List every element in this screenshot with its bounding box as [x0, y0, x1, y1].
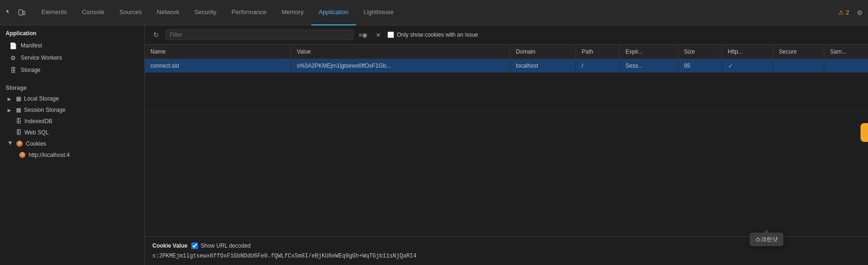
main-layout: Application 📄 Manifest ⚙ Service Workers… — [0, 25, 868, 265]
edge-indicator — [860, 123, 868, 142]
warning-badge[interactable]: ⚠ 2 — [838, 9, 849, 16]
cookies-label: Cookies — [26, 140, 46, 147]
svg-rect-0 — [19, 10, 23, 15]
empty-cell — [145, 73, 868, 110]
http-checkmark: ✓ — [728, 62, 734, 70]
cell-secure — [773, 59, 824, 73]
col-http[interactable]: Http... — [722, 45, 773, 59]
cookies-icon: 🍪 — [16, 140, 23, 147]
inspect-icon[interactable] — [4, 8, 13, 17]
indexed-db-icon: 🗄 — [16, 118, 22, 125]
table-row[interactable]: connect.sid s%3A2PKMEjm1lgtsewx6ffOxF1Gb… — [145, 59, 868, 73]
localhost-icon: 🍪 — [19, 152, 26, 158]
tab-network[interactable]: Network — [150, 0, 187, 25]
col-samesite[interactable]: Sam... — [824, 45, 868, 59]
tab-security[interactable]: Security — [187, 0, 224, 25]
cookies-arrow: ▶ — [8, 141, 13, 147]
col-name[interactable]: Name — [145, 45, 291, 59]
show-url-checkbox[interactable] — [191, 242, 198, 249]
application-section-title: Application — [0, 25, 144, 39]
clear-button[interactable]: ✕ — [372, 29, 384, 40]
sidebar-item-service-workers[interactable]: ⚙ Service Workers — [0, 52, 144, 64]
sidebar-item-web-sql[interactable]: ▶ 🗄 Web SQL — [0, 127, 144, 138]
cookies-table: Name Value Domain Path Expir... Size Htt… — [145, 45, 868, 236]
tab-sources[interactable]: Sources — [112, 0, 150, 25]
tab-console[interactable]: Console — [74, 0, 112, 25]
application-group: 📄 Manifest ⚙ Service Workers 🗄 Storage — [0, 39, 144, 76]
local-storage-icon: ▦ — [16, 95, 21, 102]
tab-memory[interactable]: Memory — [274, 0, 311, 25]
cell-http: ✓ — [722, 59, 773, 73]
col-value[interactable]: Value — [291, 45, 510, 59]
svg-rect-1 — [23, 11, 25, 15]
content-area: ↻ ≡◉ ✕ Only show cookies with an issue N… — [145, 25, 868, 265]
tab-performance[interactable]: Performance — [224, 0, 274, 25]
tab-elements[interactable]: Elements — [34, 0, 74, 25]
cell-value: s%3A2PKMEjm1lgtsewx6ffOxF1Gb... — [291, 59, 510, 73]
warning-count: 2 — [846, 9, 849, 16]
localhost-label: http://localhost:4 — [29, 152, 70, 158]
cookie-value-label: Cookie Value — [152, 242, 188, 249]
show-url-checkbox-label[interactable]: Show URL decoded — [191, 242, 251, 249]
storage-app-icon: 🗄 — [9, 66, 17, 74]
cookie-value-content: s:2PKMEjm1lgtsewx6ffOxF1GbNDdU6Fe0.fQWLf… — [152, 253, 860, 259]
cell-expires: Sess... — [620, 59, 678, 73]
cell-path: / — [576, 59, 620, 73]
sidebar-item-manifest[interactable]: 📄 Manifest — [0, 39, 144, 52]
tab-application[interactable]: Application — [311, 0, 356, 25]
table-body: connect.sid s%3A2PKMEjm1lgtsewx6ffOxF1Gb… — [145, 59, 868, 110]
settings-icon[interactable]: ⚙ — [855, 8, 864, 17]
session-storage-arrow: ▶ — [8, 108, 13, 113]
manifest-label: Manifest — [21, 42, 42, 49]
web-sql-label: Web SQL — [24, 129, 49, 136]
session-storage-icon: ▦ — [16, 107, 21, 113]
indexed-db-label: IndexedDB — [24, 118, 52, 125]
show-issues-checkbox-label[interactable]: Only show cookies with an issue — [387, 31, 478, 38]
show-issues-label: Only show cookies with an issue — [397, 31, 478, 38]
storage-section-title: Storage — [0, 80, 144, 93]
toolbar: ↻ ≡◉ ✕ Only show cookies with an issue — [145, 25, 868, 45]
cell-name: connect.sid — [145, 59, 291, 73]
table-row-empty — [145, 73, 868, 110]
service-workers-label: Service Workers — [21, 55, 62, 61]
device-icon[interactable] — [17, 8, 26, 17]
storage-group: ▶ ▦ Local Storage ▶ ▦ Session Storage ▶ … — [0, 93, 144, 161]
table-header: Name Value Domain Path Expir... Size Htt… — [145, 45, 868, 59]
col-path[interactable]: Path — [576, 45, 620, 59]
session-storage-label: Session Storage — [24, 107, 65, 113]
filter-input[interactable] — [166, 30, 354, 40]
col-expires[interactable]: Expir... — [620, 45, 678, 59]
local-storage-label: Local Storage — [24, 95, 59, 102]
tab-lighthouse[interactable]: Lighthouse — [356, 0, 401, 25]
col-domain[interactable]: Domain — [510, 45, 576, 59]
col-size[interactable]: Size — [678, 45, 722, 59]
show-issues-checkbox[interactable] — [387, 31, 394, 38]
local-storage-arrow: ▶ — [8, 96, 13, 101]
sidebar-item-cookies[interactable]: ▶ 🍪 Cookies — [0, 138, 144, 149]
sidebar-item-local-storage[interactable]: ▶ ▦ Local Storage — [0, 93, 144, 104]
sidebar-item-indexed-db[interactable]: ▶ 🗄 IndexedDB — [0, 116, 144, 127]
service-workers-icon: ⚙ — [9, 54, 17, 62]
col-secure[interactable]: Secure — [773, 45, 824, 59]
manifest-icon: 📄 — [9, 42, 17, 49]
sidebar-item-session-storage[interactable]: ▶ ▦ Session Storage — [0, 104, 144, 116]
devtools-icons — [4, 8, 26, 17]
sidebar-item-localhost[interactable]: 🍪 http://localhost:4 — [0, 149, 144, 161]
cell-domain: localhost — [510, 59, 576, 73]
refresh-button[interactable]: ↻ — [150, 29, 162, 40]
storage-app-label: Storage — [21, 67, 40, 73]
screenshot-tooltip: 스크린샷 — [750, 233, 783, 246]
web-sql-icon: 🗄 — [16, 129, 22, 136]
show-url-label: Show URL decoded — [201, 242, 251, 249]
warning-icon: ⚠ — [838, 9, 844, 16]
cell-size: 95 — [678, 59, 722, 73]
tab-bar: Elements Console Sources Network Securit… — [0, 0, 868, 25]
sidebar-item-storage-app[interactable]: 🗄 Storage — [0, 64, 144, 76]
filter-options-icon[interactable]: ≡◉ — [357, 29, 369, 40]
sidebar: Application 📄 Manifest ⚙ Service Workers… — [0, 25, 145, 265]
cell-samesite — [824, 59, 868, 73]
tab-bar-right: ⚠ 2 ⚙ — [838, 8, 864, 17]
